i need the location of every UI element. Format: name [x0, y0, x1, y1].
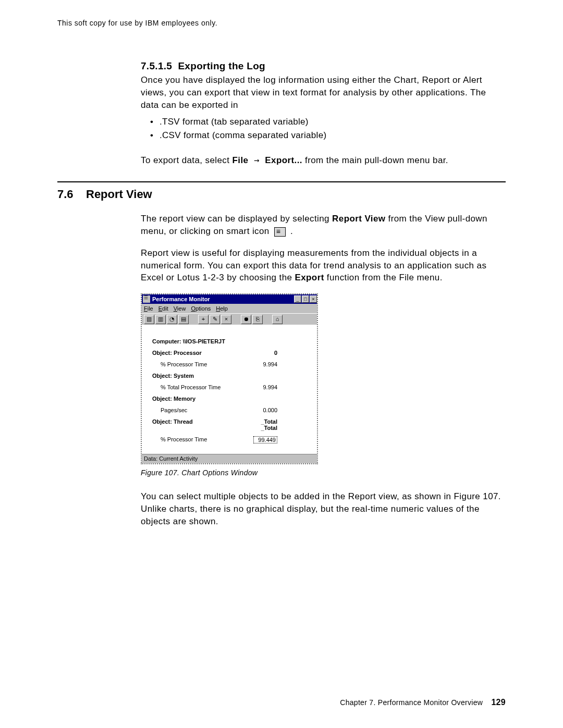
computer-label: Computer: \\IOS-PIETERJT	[152, 338, 241, 344]
section-76-p2: Report view is useful for displaying mea…	[141, 247, 506, 284]
titlebar[interactable]: Performance Monitor _ □ ×	[142, 294, 317, 304]
page-footer: Chapter 7. Performance Monitor Overview …	[340, 698, 506, 707]
counter-row: % Processor Time 99.449	[152, 436, 312, 443]
counter-row: % Processor Time 9.994	[152, 361, 312, 367]
options-icon[interactable]: ⌂	[272, 315, 283, 324]
view-report-icon[interactable]: ▤	[178, 315, 189, 324]
counter-row: % Total Processor Time 9.994	[152, 384, 312, 390]
sec-number: 7.5.1.5	[141, 60, 172, 71]
object-row: Object: Processor 0	[152, 350, 312, 356]
object-row: Object: Memory	[152, 396, 312, 402]
view-chart-icon[interactable]: ▥	[144, 315, 154, 324]
view-alert-icon[interactable]: ▥	[155, 315, 166, 324]
page-number: 129	[491, 698, 506, 707]
menu-options[interactable]: Options	[191, 305, 211, 312]
menu-file[interactable]: File	[144, 305, 153, 312]
statusbar: Data: Current Activity	[142, 454, 317, 463]
minimize-button[interactable]: _	[294, 295, 301, 303]
toolbar: ▥ ▥ ◔ ▤ + ✎ × ⏺ ⎘ ⌂	[142, 313, 317, 325]
counter-row: Pages/sec 0.000	[152, 407, 312, 413]
chapter-label: Chapter 7. Performance Monitor Overview	[340, 698, 483, 707]
edit-icon[interactable]: ✎	[210, 315, 220, 324]
window-buttons: _ □ ×	[293, 295, 317, 303]
section-76-heading: 7.6 Report View	[57, 188, 506, 201]
menu-help[interactable]: Help	[216, 305, 228, 312]
app-icon	[143, 295, 150, 303]
report-view-icon	[274, 227, 286, 237]
delete-icon[interactable]: ×	[221, 315, 231, 324]
computer-row: Computer: \\IOS-PIETERJT	[152, 338, 312, 344]
section-divider	[57, 181, 506, 182]
export-instruction: To export data, select File → Export... …	[141, 154, 506, 167]
list-item: .TSV format (tab separated variable)	[150, 115, 506, 129]
report-body: Computer: \\IOS-PIETERJT Object: Process…	[142, 325, 317, 454]
section-7515-p1: Once you have displayed the log informat…	[141, 74, 506, 111]
sec-number: 7.6	[57, 188, 86, 201]
figure-caption: Figure 107. Chart Options Window	[141, 468, 506, 477]
maximize-button[interactable]: □	[302, 295, 309, 303]
menu-view[interactable]: View	[174, 305, 186, 312]
softcopy-notice: This soft copy for use by IBM employees …	[57, 19, 506, 27]
bookmark-icon[interactable]: ⎘	[252, 315, 263, 324]
sec-title: Exporting the Log	[178, 60, 265, 71]
object-row: Object: System	[152, 373, 312, 379]
add-counter-icon[interactable]: +	[198, 315, 209, 324]
list-item: .CSV format (comma separated variable)	[150, 129, 506, 142]
section-76-p1: The report view can be displayed by sele…	[141, 213, 506, 238]
sec-title: Report View	[86, 188, 152, 201]
close-button[interactable]: ×	[310, 295, 317, 303]
selected-value[interactable]: 99.449	[253, 436, 277, 443]
window-title: Performance Monitor	[152, 296, 210, 302]
perfmon-window: Performance Monitor _ □ × File Edit View…	[141, 293, 318, 464]
section-76-p3: You can select multiple objects to be ad…	[141, 490, 506, 527]
object-row: Object: Thread _Total _Total	[152, 418, 312, 431]
update-icon[interactable]: ⏺	[241, 315, 251, 324]
export-formats-list: .TSV format (tab separated variable) .CS…	[150, 115, 506, 142]
menubar[interactable]: File Edit View Options Help	[142, 304, 317, 313]
section-76-body: The report view can be displayed by sele…	[141, 213, 506, 528]
menu-edit[interactable]: Edit	[158, 305, 168, 312]
view-log-icon[interactable]: ◔	[167, 315, 177, 324]
section-7515-heading: 7.5.1.5 Exporting the Log	[141, 60, 506, 72]
section-7515: 7.5.1.5 Exporting the Log Once you have …	[141, 60, 506, 167]
